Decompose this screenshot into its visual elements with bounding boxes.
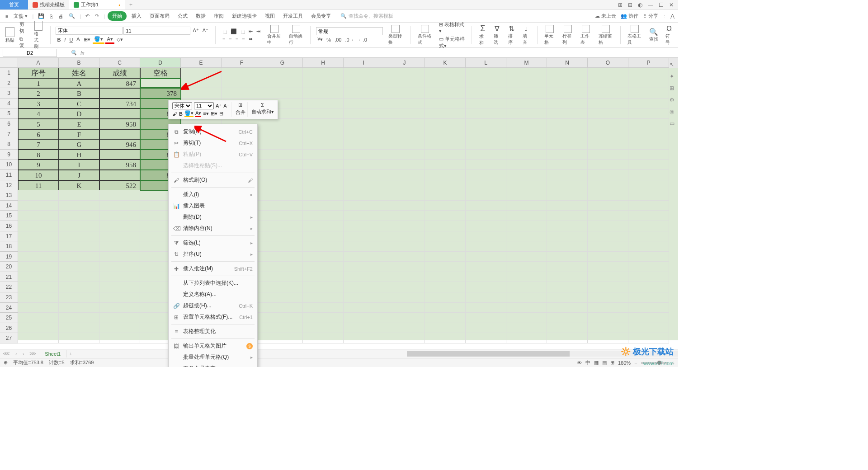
row-header-6[interactable]: 6 [0,119,18,129]
col-header-B[interactable]: B [59,58,99,68]
cell-O1[interactable] [588,68,628,78]
col-header-L[interactable]: L [466,58,506,68]
cell-L10[interactable] [466,160,506,170]
cell-P1[interactable] [628,68,669,78]
mini-border-button[interactable]: ⊞▾ [211,111,217,117]
cell-P18[interactable] [628,241,669,252]
tab-review[interactable]: 审阅 [211,11,227,21]
cell-O18[interactable] [588,241,628,252]
cell-A15[interactable] [18,211,59,221]
cell-G15[interactable] [262,211,303,221]
cell-F2[interactable] [222,78,262,89]
cell-B6[interactable]: E [59,119,99,129]
cell-O10[interactable] [588,160,628,170]
view-normal-icon[interactable]: ▦ [594,360,599,366]
italic-button[interactable]: I [63,37,67,43]
mini-dec-font-icon[interactable]: A⁻ [223,103,229,109]
cell-M6[interactable] [506,119,547,129]
cell-B5[interactable]: D [59,108,99,119]
cell-M19[interactable] [506,252,547,262]
row-header-15[interactable]: 15 [0,211,18,221]
cell-N24[interactable] [547,303,588,313]
tab-view[interactable]: 视图 [262,11,278,21]
cell-A11[interactable]: 10 [18,170,59,180]
cell-N15[interactable] [547,211,588,221]
cell-H7[interactable] [303,129,344,140]
cell-G21[interactable] [262,272,303,282]
cell-C18[interactable] [99,241,140,252]
cell-A27[interactable] [18,333,59,343]
bold-button[interactable]: B [56,37,62,43]
view-lang-icon[interactable]: 中 [585,359,590,366]
orient[interactable]: ⬌ [247,36,254,42]
cell-B10[interactable]: I [59,160,99,170]
dec-font-icon[interactable]: A⁻ [201,27,210,34]
cell-L20[interactable] [466,262,506,272]
cell-M20[interactable] [506,262,547,272]
cell-K21[interactable] [425,272,466,282]
ctx-k[interactable]: 从下拉列表中选择(K)... [169,277,257,289]
ctx-a[interactable]: 定义名称(A)... [169,289,257,300]
cell-O4[interactable] [588,99,628,109]
cell-L3[interactable] [466,88,506,99]
cell-I21[interactable] [344,272,384,282]
clear-format-button[interactable]: ◇▾ [115,36,124,43]
cell-L24[interactable] [466,303,506,313]
row-header-17[interactable]: 17 [0,231,18,242]
align-mid[interactable]: ⬛ [229,28,238,35]
cell-J11[interactable] [384,170,425,180]
tab-vip[interactable]: 会员专享 [308,11,334,21]
cell-B16[interactable] [59,221,99,231]
ctx-m[interactable]: ✚插入批注(M)Shift+F2 [169,263,257,274]
tab-data[interactable]: 数据 [193,11,209,21]
cell-C15[interactable] [99,211,140,221]
cell-I23[interactable] [344,292,384,303]
cell-P27[interactable] [628,333,669,343]
cell-B8[interactable]: G [59,139,99,150]
cell-C19[interactable] [99,252,140,262]
cell-C11[interactable] [99,170,140,180]
cell-O7[interactable] [588,129,628,140]
cell-style-button[interactable]: ▭ 单元格样式▾ [438,35,467,50]
cell-L19[interactable] [466,252,506,262]
redo-icon[interactable]: ↷ [93,12,101,20]
row-header-26[interactable]: 26 [0,323,18,334]
tab-workbook[interactable]: 工作簿1 • [69,0,125,9]
cell-J13[interactable] [384,190,425,201]
row-header-5[interactable]: 5 [0,108,18,119]
cell-N19[interactable] [547,252,588,262]
cell-I5[interactable] [344,108,384,119]
mini-size-select[interactable]: 11 [194,102,214,109]
cell-P23[interactable] [628,292,669,303]
freeze-button[interactable]: 冻结窗格 [597,24,615,47]
cell-G26[interactable] [262,323,303,334]
cell-M17[interactable] [506,231,547,242]
cell-O27[interactable] [588,333,628,343]
cell-C10[interactable]: 958 [99,160,140,170]
cell-N12[interactable] [547,180,588,191]
cell-I7[interactable] [344,129,384,140]
cell-J8[interactable] [384,139,425,150]
cell-A4[interactable]: 3 [18,99,59,109]
close-icon[interactable]: ✕ [669,2,674,8]
cell-M22[interactable] [506,282,547,292]
row-header-23[interactable]: 23 [0,292,18,303]
cell-G23[interactable] [262,292,303,303]
cell-A21[interactable] [18,272,59,282]
cell-H17[interactable] [303,231,344,242]
row-header-13[interactable]: 13 [0,190,18,201]
cell-O16[interactable] [588,221,628,231]
cell-G17[interactable] [262,231,303,242]
cell-J22[interactable] [384,282,425,292]
cell-H6[interactable] [303,119,344,129]
indent-inc[interactable]: ⇥ [255,28,262,35]
cell-G10[interactable] [262,160,303,170]
cell-L23[interactable] [466,292,506,303]
cell-G19[interactable] [262,252,303,262]
cell-P7[interactable] [628,129,669,140]
cell-C4[interactable]: 734 [99,99,140,109]
cell-G12[interactable] [262,180,303,191]
row-header-24[interactable]: 24 [0,303,18,313]
cell-N20[interactable] [547,262,588,272]
cell-A25[interactable] [18,313,59,323]
